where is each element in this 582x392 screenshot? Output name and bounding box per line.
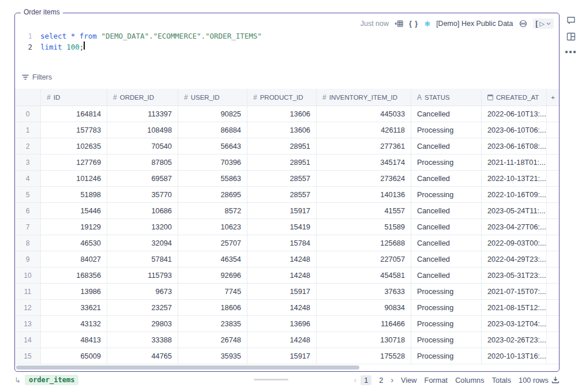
table-row[interactable]: 551898357702869528557140136Processing202… [15,187,559,203]
table-cell[interactable]: Processing [411,122,482,138]
table-cell[interactable]: 87805 [107,154,178,170]
menu-item-format[interactable]: Format [425,376,448,385]
table-cell[interactable]: 14248 [247,332,317,348]
table-cell[interactable]: 227057 [317,251,411,267]
table-cell[interactable]: 23835 [178,316,247,331]
table-cell[interactable]: 13986 [41,284,107,299]
table-cell[interactable]: 8 [15,235,41,251]
table-cell[interactable]: 9 [15,251,41,267]
filters-button[interactable]: Filters [22,73,52,81]
table-cell[interactable]: 454581 [317,267,411,283]
table-cell[interactable]: 13606 [247,106,317,122]
add-column-button[interactable]: + [547,89,559,105]
cell-title[interactable]: Order items [21,8,63,16]
table-cell[interactable]: 116466 [317,316,411,331]
table-cell[interactable]: 41557 [317,203,411,218]
table-cell[interactable]: 14248 [247,267,317,283]
table-cell[interactable]: 28557 [247,187,317,202]
table-cell[interactable]: 2 [15,138,41,154]
table-cell[interactable]: 55863 [178,171,247,186]
page-button-1[interactable]: 1 [361,375,371,385]
next-page-button[interactable]: › [390,376,393,384]
table-cell[interactable]: 7 [15,219,41,235]
horizontal-scrollbar-thumb[interactable] [16,365,359,370]
table-cell[interactable]: Processing [411,300,482,315]
table-cell[interactable]: 15917 [247,348,317,364]
table-cell[interactable]: 168356 [41,267,107,283]
table-cell[interactable]: Cancelled [411,267,482,283]
table-cell[interactable]: 90825 [178,106,247,122]
table-cell[interactable]: 175528 [317,348,411,364]
table-cell[interactable]: 127769 [41,154,107,170]
sql-editor[interactable]: 1select * from "DEMO_DATA"."ECOMMERCE"."… [22,31,552,52]
table-cell[interactable]: 13200 [107,219,178,235]
table-cell[interactable]: 0 [15,106,41,122]
table-cell[interactable]: Processing [411,154,482,170]
table-cell[interactable]: 15419 [247,219,317,235]
table-cell[interactable]: 29803 [107,316,178,331]
table-cell[interactable]: 51589 [317,219,411,235]
table-cell[interactable]: 4 [15,171,41,186]
table-cell[interactable]: 14 [15,332,41,348]
chevron-down-icon[interactable] [546,22,551,25]
table-cell[interactable]: 125688 [317,235,411,251]
table-cell[interactable]: 14248 [247,300,317,315]
table-cell[interactable]: 273624 [317,171,411,186]
page-button-2[interactable]: 2 [376,375,386,385]
table-row[interactable]: 1113986967377451591737633Processing2021-… [15,284,559,300]
table-cell[interactable]: 13606 [247,122,317,138]
table-cell[interactable]: Cancelled [411,203,482,218]
table-cell[interactable]: 70540 [107,138,178,154]
table-cell[interactable]: 65009 [41,348,107,364]
run-cell-button[interactable]: [ ▷ [533,18,554,29]
table-cell[interactable]: 2022-09-03T00:... [482,235,547,251]
table-cell[interactable]: Processing [411,332,482,348]
table-cell[interactable]: 2022-10-13T21:... [482,171,547,186]
table-cell[interactable]: 2021-08-15T12:... [482,300,547,315]
table-cell[interactable]: 102635 [41,138,107,154]
column-header-inventory_item_id[interactable]: #INVENTORY_ITEM_ID [317,89,411,105]
table-cell[interactable]: 13 [15,316,41,331]
table-row[interactable]: 1343132298032383513696116466Processing20… [15,316,559,332]
table-cell[interactable]: 15917 [247,284,317,299]
table-cell[interactable]: 2022-04-29T23:... [482,251,547,267]
table-row[interactable]: 984027578414635414248227057Cancelled2022… [15,251,559,267]
table-cell[interactable]: 46530 [41,235,107,251]
braces-icon[interactable]: { } [409,20,418,28]
table-cell[interactable]: 2020-10-13T16:... [482,348,547,364]
table-cell[interactable]: 2023-06-10T06:... [482,122,547,138]
table-cell[interactable]: Cancelled [411,171,482,186]
database-icon[interactable] [519,20,527,28]
table-cell[interactable]: Cancelled [411,235,482,251]
table-cell[interactable]: 48413 [41,332,107,348]
table-row[interactable]: 4101246695875586328557273624Cancelled202… [15,171,559,187]
menu-item-view[interactable]: View [401,376,417,385]
table-cell[interactable]: 43132 [41,316,107,331]
table-cell[interactable]: Processing [411,348,482,364]
table-cell[interactable]: 3 [15,154,41,170]
table-cell[interactable]: 32094 [107,235,178,251]
table-row[interactable]: 1448413333882674814248130718Processing20… [15,332,559,348]
cache-table-icon[interactable] [395,20,403,28]
code-line[interactable]: 1select * from "DEMO_DATA"."ECOMMERCE"."… [22,31,552,42]
table-cell[interactable]: 13696 [247,316,317,331]
table-cell[interactable]: 9673 [107,284,178,299]
table-cell[interactable]: Processing [411,316,482,331]
column-header-product_id[interactable]: #PRODUCT_ID [247,89,317,105]
table-row[interactable]: 01648141133979082513606445033Cancelled20… [15,106,559,122]
table-cell[interactable]: Cancelled [411,219,482,235]
prev-page-button[interactable]: ‹ [354,376,356,384]
table-cell[interactable]: 2022-06-10T13:... [482,106,547,122]
table-cell[interactable]: 15784 [247,235,317,251]
table-cell[interactable]: 28695 [178,187,247,202]
table-cell[interactable]: 56643 [178,138,247,154]
table-cell[interactable]: 25707 [178,235,247,251]
table-cell[interactable]: 18606 [178,300,247,315]
connection-name[interactable]: [Demo] Hex Public Data [436,20,513,28]
table-cell[interactable]: 2023-03-12T04:... [482,316,547,331]
table-cell[interactable]: Cancelled [411,251,482,267]
row-count-label[interactable]: 100 rows [519,376,549,385]
table-cell[interactable]: 15446 [41,203,107,218]
table-cell[interactable]: 23257 [107,300,178,315]
table-cell[interactable]: 157783 [41,122,107,138]
